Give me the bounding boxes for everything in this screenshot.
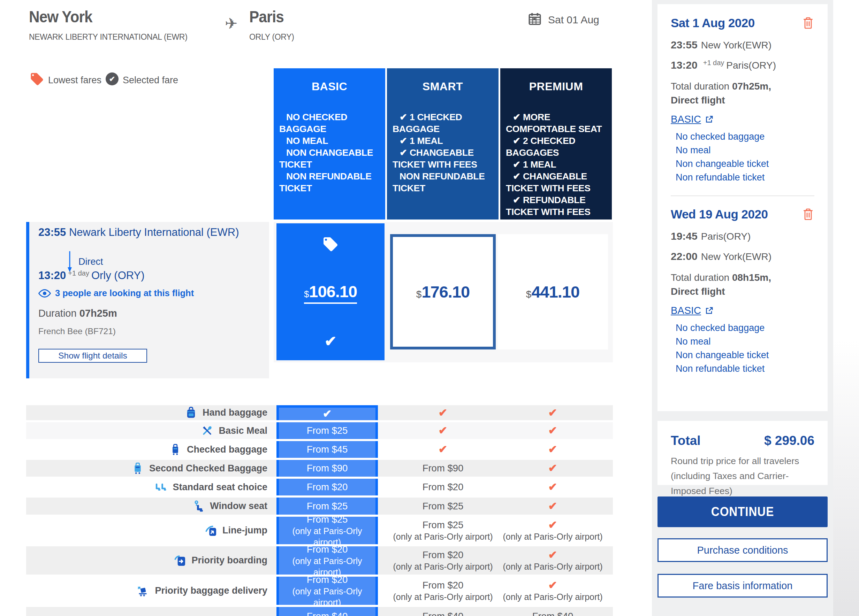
- cell-basic-standard-seat-choice[interactable]: From $20: [276, 479, 378, 496]
- cell-premium-window-seat[interactable]: ✔: [497, 497, 608, 515]
- cell-value: From $90: [423, 462, 464, 474]
- fare-link[interactable]: BASIC: [671, 114, 701, 125]
- cell-value: From $20: [423, 481, 464, 493]
- cell-note: (only at Paris-Orly airport): [393, 561, 493, 572]
- cell-smart-line-jump[interactable]: From $25(only at Paris-Orly airport): [390, 517, 496, 544]
- arrival-airport: Orly (ORY): [91, 269, 145, 282]
- cell-premium-standard-seat-choice[interactable]: ✔: [497, 479, 608, 496]
- cell-basic-row9[interactable]: From $40: [276, 607, 378, 616]
- destination-airport: ORLY (ORY): [249, 33, 294, 42]
- cell-value: From $25: [423, 519, 464, 531]
- leg-dep-place: Paris(ORY): [701, 231, 751, 242]
- fare-basis-information-button[interactable]: Fare basis information: [658, 574, 828, 597]
- fare-condition: No checked baggage: [676, 130, 814, 143]
- cell-value: From $25: [307, 425, 348, 437]
- cell-smart-standard-seat-choice[interactable]: From $20: [390, 479, 496, 496]
- cell-smart-priority-baggage-delivery[interactable]: From $20(only at Paris-Orly airport): [390, 577, 496, 605]
- cell-basic-checked-baggage[interactable]: From $45: [276, 441, 378, 458]
- cell-premium-priority-boarding[interactable]: ✔(only at Paris-Orly airport): [497, 546, 608, 574]
- cell-basic-window-seat[interactable]: From $25: [276, 497, 378, 515]
- leg-dep-place: New York(EWR): [701, 40, 772, 50]
- fare-condition: No meal: [676, 143, 814, 157]
- cell-basic-basic-meal[interactable]: From $25: [276, 422, 378, 439]
- total-label: Total: [671, 434, 701, 448]
- cell-basic-line-jump[interactable]: From $25(only at Paris-Orly airport): [276, 517, 378, 544]
- purchase-conditions-button[interactable]: Purchase conditions: [658, 538, 828, 562]
- trash-icon[interactable]: [802, 16, 814, 30]
- basic-price[interactable]: $106.10: [304, 282, 357, 304]
- duration-label: Duration: [38, 308, 77, 319]
- premium-price: $441.10: [526, 282, 579, 301]
- window-seat-icon: [192, 500, 205, 513]
- continue-button[interactable]: CONTINUE: [658, 496, 828, 527]
- cell-basic-hand-baggage[interactable]: ✔: [276, 405, 378, 420]
- cell-smart-basic-meal[interactable]: ✔: [390, 422, 496, 439]
- fare-features: NO CHECKED BAGGAGENO MEALNON CHANGEABLE …: [274, 111, 385, 194]
- check-icon: ✔: [513, 171, 523, 181]
- cell-basic-priority-baggage-delivery[interactable]: From $20(only at Paris-Orly airport): [276, 577, 378, 605]
- departure-date[interactable]: Sat 01 Aug: [548, 14, 599, 26]
- currency-symbol: $: [304, 289, 309, 299]
- cell-premium-second-checked-baggage[interactable]: ✔: [497, 460, 608, 477]
- check-icon: ✔: [548, 425, 558, 437]
- duration-value: 07h25m: [80, 308, 117, 319]
- fare-column-premium[interactable]: PREMIUM✔ MORE COMFORTABLE SEAT✔ 2 CHECKE…: [500, 68, 612, 220]
- eye-icon: [38, 289, 51, 298]
- table-row: Standard seat choiceFrom $20From $20✔: [26, 479, 613, 496]
- viewers-row: 3 people are looking at this flight: [38, 288, 194, 298]
- leg-arrival: 22:00New York(EWR): [671, 251, 814, 262]
- legend-selected-fare: Selected fare: [123, 75, 178, 86]
- lowest-fare-tag-icon: [322, 236, 339, 253]
- fare-feature: ✔ 1 MEAL: [506, 159, 606, 170]
- leg-arr-place: Paris(ORY): [726, 60, 776, 71]
- fare-link[interactable]: BASIC: [671, 305, 701, 317]
- fare-feature: ✔ 1 MEAL: [392, 135, 493, 147]
- trash-icon[interactable]: [802, 207, 814, 221]
- cell-premium-checked-baggage[interactable]: ✔: [497, 441, 608, 458]
- cell-note: (only at Paris-Orly airport): [393, 591, 493, 602]
- cell-smart-row9[interactable]: From $40: [390, 607, 496, 616]
- flight-card: 23:55 Newark Liberty International (EWR)…: [26, 222, 269, 378]
- total-amount: $ 299.06: [764, 434, 814, 448]
- cell-smart-hand-baggage[interactable]: ✔: [390, 405, 496, 420]
- fare-column-basic[interactable]: BASICNO CHECKED BAGGAGENO MEALNON CHANGE…: [274, 68, 385, 220]
- cell-smart-window-seat[interactable]: From $25: [390, 497, 496, 515]
- show-flight-details-button[interactable]: Show flight details: [38, 349, 147, 363]
- cell-value: From $25: [307, 513, 348, 526]
- fare-condition: No meal: [676, 335, 814, 348]
- total-card: Total $ 299.06 Round trip price for all …: [658, 421, 828, 485]
- fare-condition: No checked baggage: [676, 321, 814, 335]
- cell-note: (only at Paris-Orly airport): [503, 531, 603, 542]
- fare-feature: NON REFUNDABLE TICKET: [279, 170, 380, 194]
- cell-premium-row9[interactable]: From $40: [497, 607, 608, 616]
- cell-premium-hand-baggage[interactable]: ✔: [497, 405, 608, 420]
- cell-basic-second-checked-baggage[interactable]: From $90: [276, 460, 378, 477]
- fare-feature: ✔ CHANGEABLE TICKET WITH FEES: [506, 170, 606, 194]
- fare-title: PREMIUM: [500, 80, 612, 93]
- cell-premium-basic-meal[interactable]: ✔: [497, 422, 608, 439]
- price-cell-premium[interactable]: $441.10: [497, 234, 608, 349]
- cell-smart-second-checked-baggage[interactable]: From $90: [390, 460, 496, 477]
- table-row: Priority baggage deliveryFrom $20(only a…: [26, 577, 613, 605]
- arrival-time: 13:20: [38, 269, 66, 282]
- cell-smart-checked-baggage[interactable]: ✔: [390, 441, 496, 458]
- leg-departure: 23:55New York(EWR): [671, 39, 814, 51]
- table-row: Basic MealFrom $25✔✔: [26, 422, 613, 439]
- cell-premium-priority-baggage-delivery[interactable]: ✔(only at Paris-Orly airport): [497, 577, 608, 605]
- leg-duration: Total duration 08h15m, Direct flight: [671, 271, 786, 299]
- price-cell-smart[interactable]: $176.10: [390, 234, 496, 349]
- cell-basic-priority-boarding[interactable]: From $20(only at Paris-Orly airport): [276, 546, 378, 574]
- cell-smart-priority-boarding[interactable]: From $20(only at Paris-Orly airport): [390, 546, 496, 574]
- fare-feature: ✔ 1 CHECKED BAGGAGE: [392, 111, 493, 135]
- cell-value: From $20: [307, 481, 348, 493]
- cell-premium-line-jump[interactable]: ✔(only at Paris-Orly airport): [497, 517, 608, 544]
- table-row: Priority boardingFrom $20(only at Paris-…: [26, 546, 613, 574]
- price-amount: 106.10: [309, 282, 357, 301]
- cell-note: (only at Paris-Orly airport): [279, 586, 375, 608]
- fare-column-smart[interactable]: SMART✔ 1 CHECKED BAGGAGE✔ 1 MEAL✔ CHANGE…: [387, 68, 498, 220]
- destination-city: Paris: [249, 7, 284, 26]
- origin-airport: NEWARK LIBERTY INTERNATIONAL (EWR): [29, 33, 187, 42]
- price-cell-basic[interactable]: $106.10 ✔: [276, 223, 384, 360]
- sidebar-leg: Wed 19 Aug 202019:45Paris(ORY)22:00New Y…: [671, 207, 814, 376]
- table-row: From $40From $40From $40: [26, 607, 613, 616]
